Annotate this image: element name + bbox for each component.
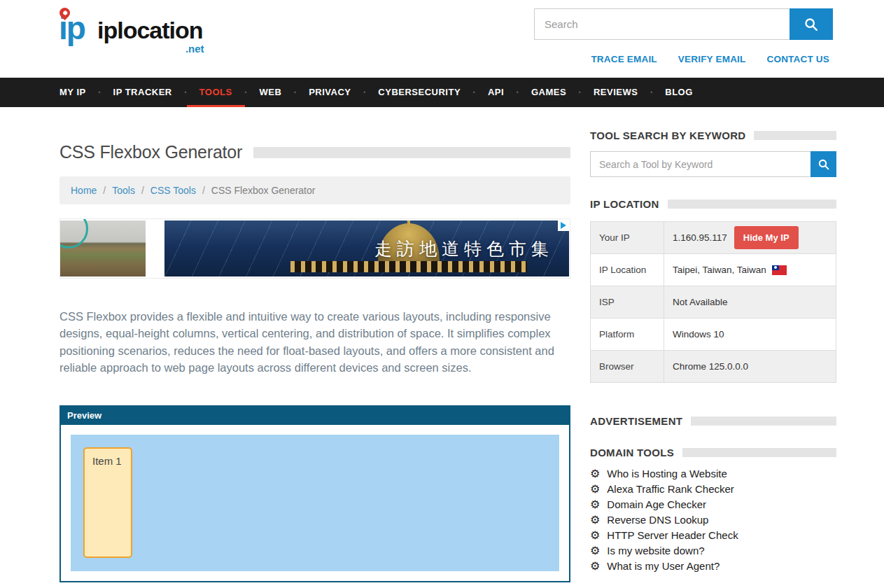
domain-tools-list: ⚙ Who is Hosting a Website ⚙ Alexa Traff… <box>590 468 836 572</box>
nav-item-blog[interactable]: BLOG <box>652 78 706 107</box>
ip-location-table: Your IP 1.160.95.117 Hide My IP IP Locat… <box>590 221 836 383</box>
tool-search-heading-text: TOOL SEARCH BY KEYWORD <box>590 130 745 141</box>
ad-headline: 走訪地道特色市集 <box>374 237 554 260</box>
row-label: Browser <box>591 351 664 382</box>
row-value: Taipei, Taiwan, Taiwan <box>664 254 836 286</box>
row-label: IP Location <box>591 254 664 286</box>
logo-name: iplocation <box>97 17 203 43</box>
preview-panel-header: Preview <box>61 407 569 425</box>
breadcrumb: Home / Tools / CSS Tools / CSS Flexbox G… <box>59 176 570 204</box>
logo-pin-icon: ip <box>59 7 95 49</box>
adchoices-icon[interactable] <box>558 220 569 231</box>
row-label: Your IP <box>591 222 664 253</box>
header-search-button[interactable] <box>790 8 833 40</box>
platform-value: Windows 10 <box>664 318 836 350</box>
ad-spire-graphic <box>407 220 410 225</box>
logo-text: iplocation .net <box>97 17 203 44</box>
domain-tool-alexa-rank[interactable]: ⚙ Alexa Traffic Rank Checker <box>590 484 836 495</box>
flex-preview-container: Item 1 <box>71 435 559 571</box>
adchoices-triangle <box>561 222 566 229</box>
breadcrumb-separator: / <box>141 185 144 196</box>
decorative-bar <box>754 131 836 140</box>
header-search-input[interactable] <box>534 8 790 40</box>
breadcrumb-separator: / <box>202 185 205 196</box>
table-row: Browser Chrome 125.0.0.0 <box>591 351 836 383</box>
your-ip-value: 1.160.95.117 <box>673 232 727 243</box>
breadcrumb-tools[interactable]: Tools <box>112 185 135 196</box>
header-search <box>534 8 833 40</box>
decorative-bar <box>691 416 836 426</box>
row-label: ISP <box>591 286 664 318</box>
breadcrumb-current: CSS Flexbox Generator <box>211 185 316 196</box>
gear-icon: ⚙ <box>590 514 600 526</box>
nav-item-web[interactable]: WEB <box>246 78 294 107</box>
browser-value: Chrome 125.0.0.0 <box>664 351 836 382</box>
preview-panel: Preview Item 1 <box>59 405 570 582</box>
gear-icon: ⚙ <box>590 484 600 495</box>
nav-item-games[interactable]: GAMES <box>519 78 579 107</box>
tool-search-button[interactable] <box>811 151 836 177</box>
ip-location-value: Taipei, Taiwan, Taiwan <box>673 265 766 275</box>
domain-tool-label: Reverse DNS Lookup <box>607 514 708 526</box>
domain-tool-domain-age[interactable]: ⚙ Domain Age Checker <box>590 499 836 510</box>
table-row: IP Location Taipei, Taiwan, Taiwan <box>591 254 836 286</box>
nav-item-reviews[interactable]: REVIEWS <box>581 78 650 107</box>
gear-icon: ⚙ <box>590 545 600 556</box>
tool-search <box>590 151 836 177</box>
header-links: TRACE EMAIL VERIFY EMAIL CONTACT US <box>591 54 829 64</box>
domain-tools-heading: DOMAIN TOOLS <box>590 447 836 458</box>
hide-my-ip-button[interactable]: Hide My IP <box>734 226 799 249</box>
ip-location-heading-text: IP LOCATION <box>590 198 659 210</box>
decorative-bar <box>668 200 836 209</box>
gear-icon: ⚙ <box>590 561 600 572</box>
domain-tool-label: Who is Hosting a Website <box>607 468 727 479</box>
main-content: CSS Flexbox Generator Home / Tools / CSS… <box>59 107 570 582</box>
nav-item-my-ip[interactable]: MY IP <box>59 78 99 107</box>
domain-tool-hosting[interactable]: ⚙ Who is Hosting a Website <box>590 468 836 479</box>
nav-item-cybersecurity[interactable]: CYBERSECURITY <box>365 78 473 107</box>
ad-banner[interactable]: 走訪地道特色市集 <box>59 218 570 279</box>
row-label: Platform <box>591 318 664 350</box>
site-header: ip iplocation .net TRACE EMAIL VERIFY EM… <box>0 0 884 78</box>
table-row: Your IP 1.160.95.117 Hide My IP <box>591 222 836 254</box>
breadcrumb-home[interactable]: Home <box>71 185 97 196</box>
isp-value: Not Available <box>664 286 836 318</box>
row-value: 1.160.95.117 Hide My IP <box>664 222 836 253</box>
domain-tool-label: Alexa Traffic Rank Checker <box>607 484 734 495</box>
gear-icon: ⚙ <box>590 499 600 510</box>
domain-tools-heading-text: DOMAIN TOOLS <box>590 447 674 458</box>
domain-tool-website-down[interactable]: ⚙ Is my website down? <box>590 545 836 556</box>
gear-icon: ⚙ <box>590 530 600 541</box>
main-nav: MY IP ▪ IP TRACKER ▪ TOOLS ▪ WEB ▪ PRIVA… <box>0 78 884 107</box>
domain-tool-reverse-dns[interactable]: ⚙ Reverse DNS Lookup <box>590 514 836 526</box>
nav-item-tools[interactable]: TOOLS <box>187 78 245 107</box>
breadcrumb-css-tools[interactable]: CSS Tools <box>150 185 196 196</box>
nav-item-api[interactable]: API <box>475 78 517 107</box>
domain-tool-http-header[interactable]: ⚙ HTTP Server Header Check <box>590 530 836 541</box>
page: ip iplocation .net TRACE EMAIL VERIFY EM… <box>0 0 884 588</box>
domain-tool-label: Is my website down? <box>607 545 704 556</box>
domain-tool-user-agent[interactable]: ⚙ What is my User Agent? <box>590 561 836 572</box>
logo-tld: .net <box>185 43 204 55</box>
preview-panel-body: Item 1 <box>61 425 569 581</box>
trace-email-link[interactable]: TRACE EMAIL <box>591 54 657 64</box>
search-icon <box>804 17 819 32</box>
decorative-bar <box>253 147 570 158</box>
page-title: CSS Flexbox Generator <box>59 142 242 162</box>
ad-image-station: 走訪地道特色市集 <box>164 220 569 276</box>
advertisement-heading: ADVERTISEMENT <box>590 415 836 427</box>
gear-icon: ⚙ <box>590 468 600 479</box>
nav-item-privacy[interactable]: PRIVACY <box>296 78 363 107</box>
contact-us-link[interactable]: CONTACT US <box>767 54 830 64</box>
domain-tool-label: What is my User Agent? <box>607 561 720 572</box>
domain-tool-label: Domain Age Checker <box>607 499 706 510</box>
site-logo[interactable]: ip iplocation .net <box>59 7 203 49</box>
decorative-bar <box>682 448 836 457</box>
tool-search-heading: TOOL SEARCH BY KEYWORD <box>590 130 836 141</box>
flex-preview-item: Item 1 <box>83 447 132 558</box>
tool-search-input[interactable] <box>590 151 811 177</box>
table-row: ISP Not Available <box>591 286 836 318</box>
nav-item-ip-tracker[interactable]: IP TRACKER <box>101 78 185 107</box>
sidebar: TOOL SEARCH BY KEYWORD IP LOCATION Your … <box>590 107 836 576</box>
verify-email-link[interactable]: VERIFY EMAIL <box>678 54 746 64</box>
